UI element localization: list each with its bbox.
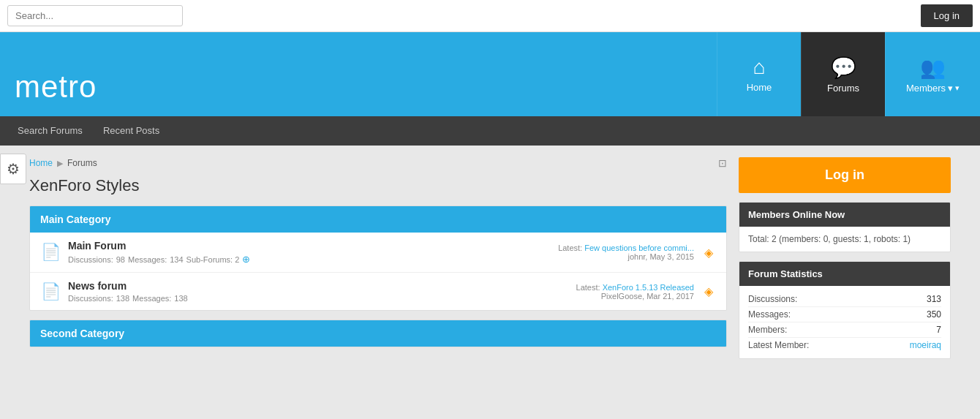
- members-icon: 👥: [920, 56, 946, 80]
- search-input[interactable]: [7, 5, 183, 26]
- forum-doc-icon: 📄: [40, 243, 61, 262]
- page-title: XenForo Styles: [29, 176, 727, 195]
- gear-icon: ⚙: [7, 161, 20, 177]
- messages-label: Messages:: [128, 255, 167, 264]
- stat-latest-member: Latest Member: moeiraq: [748, 338, 941, 352]
- forum-stats-header: Forum Statistics: [739, 262, 950, 286]
- members-online-body: Total: 2 (members: 0, guests: 1, robots:…: [739, 227, 950, 252]
- breadcrumb-separator: ▶: [57, 159, 63, 168]
- category-main: Main Category 📄 Main Forum Discussions: …: [29, 205, 727, 311]
- category-second-header: Second Category: [30, 320, 726, 347]
- category-main-header: Main Category: [30, 206, 726, 233]
- brand-title: metro: [15, 69, 97, 105]
- site-header: metro ⌂ Home 💬 Forums 👥 Members ▾: [0, 32, 980, 116]
- forum-stats-body: Discussions: 313 Messages: 350 Members: …: [739, 286, 950, 358]
- stat-messages-label: Messages:: [748, 309, 791, 320]
- login-button[interactable]: Log in: [921, 4, 973, 27]
- sidebar-login-button[interactable]: Log in: [739, 157, 951, 193]
- forum-row-news: 📄 News forum Discussions: 138 Messages: …: [30, 273, 726, 310]
- recent-posts-link[interactable]: Recent Posts: [93, 116, 170, 146]
- latest-thread-news[interactable]: XenForo 1.5.13 Released: [603, 283, 694, 292]
- search-wrap: [7, 5, 183, 26]
- forum-name-main[interactable]: Main Forum: [68, 240, 540, 252]
- stat-messages: Messages: 350: [748, 307, 941, 322]
- main-wrap: Home ▶ Forums ⊡ XenForo Styles Main Cate…: [22, 146, 958, 380]
- latest-thread-main[interactable]: Few questions before commi...: [584, 244, 694, 252]
- stat-members-label: Members:: [748, 325, 787, 335]
- discussions-count-news: 138: [116, 294, 129, 303]
- nav-members-label: Members ▾: [906, 83, 960, 94]
- stat-discussions-value: 313: [927, 294, 941, 304]
- forum-info-main: Main Forum Discussions: 98 Messages: 134…: [68, 240, 540, 265]
- subforum-expand[interactable]: ⊕: [242, 254, 250, 265]
- top-bar: Log in: [0, 0, 980, 32]
- forum-meta-main: Discussions: 98 Messages: 134 Sub-Forums…: [68, 254, 540, 265]
- forum-stats-box: Forum Statistics Discussions: 313 Messag…: [739, 261, 951, 359]
- forum-latest-news: Latest: XenForo 1.5.13 Released PixelGoo…: [548, 283, 694, 301]
- messages-count: 134: [170, 255, 183, 264]
- search-forums-link[interactable]: Search Forums: [7, 116, 93, 146]
- members-online-box: Members Online Now Total: 2 (members: 0,…: [739, 202, 951, 252]
- breadcrumb-current: Forums: [67, 158, 97, 168]
- latest-user-news: PixelGoose, Mar 21, 2017: [548, 292, 694, 301]
- forum-meta-news: Discussions: 138 Messages: 138: [68, 294, 540, 303]
- brand-area: metro: [0, 32, 717, 116]
- stat-members-value: 7: [936, 325, 941, 335]
- sub-nav: Search Forums Recent Posts: [0, 116, 980, 146]
- messages-count-news: 138: [174, 294, 187, 303]
- rss-icon-news[interactable]: ◈: [701, 284, 716, 298]
- stat-latest-member-link[interactable]: moeiraq: [910, 340, 941, 350]
- stat-messages-value: 350: [927, 309, 941, 320]
- nav-members[interactable]: 👥 Members ▾: [885, 32, 980, 116]
- breadcrumb-home[interactable]: Home: [29, 158, 53, 168]
- discussions-label: Discussions:: [68, 255, 113, 264]
- breadcrumb: Home ▶ Forums ⊡: [29, 157, 727, 169]
- forum-latest-main: Latest: Few questions before commi... jo…: [548, 244, 694, 261]
- latest-label: Latest: Few questions before commi...: [548, 244, 694, 252]
- nav-home[interactable]: ⌂ Home: [717, 32, 801, 116]
- latest-user-main: johnr, May 3, 2015: [548, 252, 694, 261]
- latest-label-news: Latest: XenForo 1.5.13 Released: [548, 283, 694, 292]
- nav-home-label: Home: [747, 82, 772, 93]
- subforums-label: Sub-Forums: 2: [186, 255, 240, 264]
- members-online-header: Members Online Now: [739, 203, 950, 227]
- nav-forums[interactable]: 💬 Forums: [801, 32, 885, 116]
- home-icon: ⌂: [753, 56, 766, 79]
- forum-name-news[interactable]: News forum: [68, 280, 540, 292]
- stat-latest-member-label: Latest Member:: [748, 340, 809, 350]
- nav-icons: ⌂ Home 💬 Forums 👥 Members ▾: [717, 32, 980, 116]
- rss-icon-main[interactable]: ◈: [701, 246, 716, 260]
- messages-label-news: Messages:: [132, 294, 171, 303]
- stat-discussions-label: Discussions:: [748, 294, 797, 304]
- forum-row-main-forum: 📄 Main Forum Discussions: 98 Messages: 1…: [30, 233, 726, 273]
- settings-gear[interactable]: ⚙: [0, 154, 26, 184]
- stat-members: Members: 7: [748, 322, 941, 338]
- stat-discussions: Discussions: 313: [748, 292, 941, 307]
- forums-icon: 💬: [831, 56, 856, 80]
- sidebar: Log in Members Online Now Total: 2 (memb…: [739, 157, 951, 368]
- nav-forums-label: Forums: [827, 83, 859, 94]
- discussions-label-news: Discussions:: [68, 294, 113, 303]
- forum-info-news: News forum Discussions: 138 Messages: 13…: [68, 280, 540, 303]
- share-icon[interactable]: ⊡: [718, 157, 727, 169]
- discussions-count: 98: [116, 255, 125, 264]
- category-second: Second Category: [29, 320, 727, 347]
- content-area: Home ▶ Forums ⊡ XenForo Styles Main Cate…: [29, 157, 727, 368]
- forum-doc-icon-news: 📄: [40, 282, 61, 301]
